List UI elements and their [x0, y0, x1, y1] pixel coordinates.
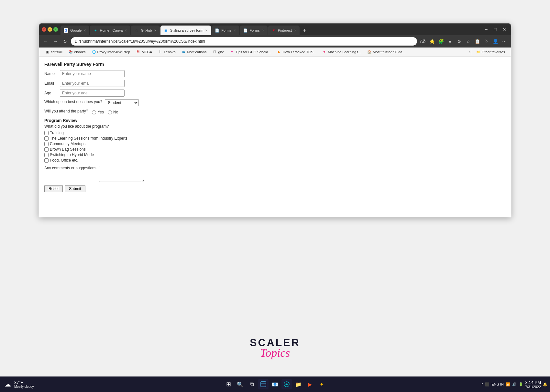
- more-bookmarks-arrow[interactable]: ›: [469, 49, 470, 55]
- tab-forms1[interactable]: 📄 Forms ✕: [212, 26, 239, 35]
- task-view-button[interactable]: ⧉: [247, 379, 257, 389]
- tab-close-pinterest[interactable]: ✕: [294, 29, 296, 32]
- settings-icon[interactable]: ⚙: [455, 37, 463, 45]
- comments-textarea[interactable]: [99, 166, 144, 182]
- reset-button[interactable]: Reset: [44, 185, 63, 192]
- accounts-icon[interactable]: ●: [446, 37, 454, 45]
- volume-icon[interactable]: 🔊: [512, 382, 517, 387]
- tab-github[interactable]: ⬡ GitHub ✕: [131, 26, 160, 35]
- bookmark-label-softskill: softskill: [51, 50, 62, 54]
- email-input[interactable]: [60, 80, 125, 87]
- age-input[interactable]: [60, 90, 125, 97]
- new-tab-button[interactable]: +: [300, 26, 309, 35]
- translate-icon[interactable]: Aǒ: [419, 37, 427, 45]
- search-button[interactable]: 🔍: [235, 379, 245, 389]
- bookmark-ebooks[interactable]: 📚 ebooks: [66, 49, 88, 55]
- read-aloud-icon[interactable]: ⭐: [428, 37, 436, 45]
- tab-google[interactable]: G Google ✕: [60, 26, 89, 35]
- bookmark-other-favorites[interactable]: 📁 Other favorites: [473, 49, 508, 55]
- checkbox-training[interactable]: Training: [44, 131, 206, 135]
- name-input[interactable]: [60, 70, 125, 77]
- chrome-taskbar-icon[interactable]: ●: [316, 379, 327, 389]
- bookmark-tcs[interactable]: ▶ How I cracked TCS...: [274, 49, 319, 55]
- tab-pinterest[interactable]: P Pinterest ✕: [268, 26, 300, 35]
- checkbox-food-input[interactable]: [44, 158, 49, 163]
- heart-icon[interactable]: ♡: [482, 37, 490, 45]
- bookmark-mega[interactable]: M MEGA: [133, 49, 155, 55]
- weather-temp: 87°F: [14, 380, 34, 385]
- checkbox-brownbag[interactable]: Brown Bag Sessions: [44, 147, 206, 152]
- refresh-button[interactable]: ↻: [61, 37, 69, 45]
- taskbar-lang: ENG: [491, 382, 499, 386]
- checkbox-brownbag-input[interactable]: [44, 147, 49, 152]
- checkbox-hybrid-input[interactable]: [44, 153, 49, 157]
- profile-icon[interactable]: 👤: [491, 37, 499, 45]
- more-options-icon[interactable]: ⋯: [500, 37, 508, 45]
- checkbox-learning-input[interactable]: [44, 136, 49, 141]
- party-yes-radio[interactable]: [92, 110, 96, 114]
- tab-survey[interactable]: ▣ Styling a survey form ✕: [160, 26, 211, 35]
- window-close-btn[interactable]: ✕: [500, 26, 508, 33]
- window-restore-btn[interactable]: □: [491, 26, 499, 33]
- address-input[interactable]: [71, 37, 417, 46]
- comments-label: Any comments or suggestions: [44, 166, 96, 170]
- party-yes-option[interactable]: Yes: [92, 110, 104, 114]
- tab-forms2[interactable]: 📄 Forms ✕: [240, 26, 268, 35]
- weather-info: 87°F Mostly cloudy: [14, 380, 34, 388]
- maximize-button[interactable]: +: [53, 27, 58, 32]
- start-button[interactable]: ⊞: [223, 379, 234, 389]
- collections-icon[interactable]: 📋: [473, 37, 481, 45]
- battery-icon[interactable]: 🔋: [519, 382, 523, 387]
- tab-close-canva[interactable]: ✕: [125, 29, 127, 32]
- submit-button[interactable]: Submit: [65, 185, 85, 192]
- forward-button[interactable]: →: [51, 37, 59, 45]
- files-taskbar-icon[interactable]: 📁: [293, 379, 303, 389]
- taskbar-chevron[interactable]: ^: [481, 382, 483, 386]
- dropdown-select[interactable]: Student Full Time Job Part Time Job Othe…: [105, 99, 139, 106]
- bookmark-proxy[interactable]: 🌐 Proxy Interview Prep: [89, 49, 133, 55]
- favorites-icon[interactable]: ☆: [464, 37, 472, 45]
- taskbar-display-icon[interactable]: ⬛: [485, 382, 490, 387]
- store-taskbar-icon[interactable]: [281, 379, 292, 389]
- party-no-option[interactable]: No: [108, 110, 118, 114]
- bookmark-notifications[interactable]: in Notifications: [179, 49, 209, 55]
- mail-taskbar-icon[interactable]: 📧: [270, 379, 280, 389]
- tab-close-forms2[interactable]: ✕: [262, 29, 264, 32]
- tab-close-github[interactable]: ✕: [154, 29, 157, 32]
- back-button[interactable]: ←: [42, 37, 50, 45]
- toolbar-icons: Aǒ ⭐ 🧩 ● ⚙ ☆ 📋 ♡ 👤 ⋯: [419, 37, 508, 45]
- extensions-icon[interactable]: 🧩: [437, 37, 445, 45]
- checkbox-hybrid[interactable]: Switching to Hybrid Mode: [44, 153, 206, 157]
- window-minimize-btn[interactable]: −: [482, 26, 490, 33]
- party-no-radio[interactable]: [108, 110, 112, 114]
- bookmark-label-lenovo: Lenovo: [164, 50, 175, 54]
- time-display: 8:14 PM 7/31/2022: [525, 380, 541, 389]
- checkbox-food[interactable]: Food, Office etc.: [44, 158, 206, 163]
- close-button[interactable]: ✕: [42, 27, 46, 32]
- bookmark-lenovo[interactable]: L Lenovo: [155, 49, 178, 55]
- media-taskbar-icon[interactable]: ▶: [305, 379, 315, 389]
- bookmark-ghc-tips[interactable]: •• Tips for GHC Schola...: [227, 49, 274, 55]
- weather-icon[interactable]: ☁: [3, 379, 13, 389]
- tab-canva[interactable]: ✦ Home - Canva ✕: [90, 26, 130, 35]
- bookmark-label-ebooks: ebooks: [74, 50, 85, 54]
- bookmark-trusted[interactable]: 🏠 Most trusted 90 da...: [364, 49, 408, 55]
- bookmark-ghc[interactable]: ☐ ghc: [210, 49, 226, 55]
- survey-form: Farewell Party Survey Form Name Email Ag…: [44, 62, 206, 192]
- tab-close-survey[interactable]: ✕: [205, 29, 208, 32]
- browser-taskbar-icon[interactable]: [258, 379, 269, 389]
- notification-bell[interactable]: 🔔: [543, 382, 547, 387]
- wifi-icon[interactable]: 📶: [506, 382, 510, 387]
- checkbox-learning[interactable]: The Learning Sessions from Industry Expe…: [44, 136, 206, 141]
- bookmark-softskill[interactable]: ▣ softskill: [42, 49, 65, 55]
- tab-close-forms1[interactable]: ✕: [234, 29, 236, 32]
- tab-label-canva: Home - Canva: [100, 28, 123, 32]
- clock-time: 8:14 PM: [525, 380, 541, 385]
- minimize-button[interactable]: −: [48, 27, 52, 32]
- checkbox-community[interactable]: Community Meetups: [44, 142, 206, 146]
- checkbox-training-input[interactable]: [44, 131, 49, 135]
- bookmark-ml[interactable]: ♥ Machine Learning f...: [320, 49, 364, 55]
- checkbox-community-input[interactable]: [44, 142, 49, 146]
- form-title: Farewell Party Survey Form: [44, 62, 206, 67]
- tab-close-google[interactable]: ✕: [83, 29, 86, 32]
